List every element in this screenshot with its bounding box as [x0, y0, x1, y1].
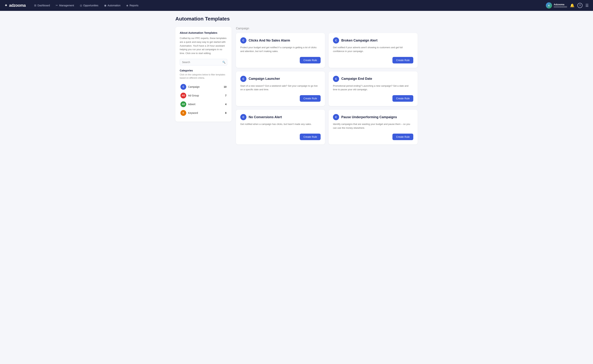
card-desc: Get notified if your adverts aren't show… — [333, 46, 413, 53]
category-advert-badge: AD — [180, 101, 186, 107]
category-keyword[interactable]: K Keyword 8 — [180, 109, 227, 117]
create-rule-button-campaign-launcher[interactable]: Create Rule — [300, 95, 321, 102]
categories-desc: Click on the categories below to filter … — [180, 73, 227, 80]
card-title: Campaign Launcher — [249, 77, 280, 81]
card-clicks-no-sales: C Clicks And No Sales Alarm Protect your… — [236, 33, 325, 68]
card-title: Pause Underperforming Campaigns — [341, 115, 397, 119]
category-campaign[interactable]: C Campaign 10 — [180, 83, 227, 91]
search-input[interactable] — [180, 59, 227, 65]
card-campaign-end-date: C Campaign End Date Promotional period e… — [329, 72, 418, 106]
card-header: C No Conversions Alert — [240, 114, 321, 120]
category-advert[interactable]: AD Advert 4 — [180, 100, 227, 109]
sidebar-about-text: Crafted by our PPC experts, these templa… — [180, 36, 227, 55]
create-rule-button-campaign-end-date[interactable]: Create Rule — [392, 95, 413, 102]
page-title: Automation Templates — [175, 16, 418, 22]
category-ad-group-label: Ad Group — [188, 94, 223, 97]
card-header: C Clicks And No Sales Alarm — [240, 37, 321, 44]
card-desc: Get notified when a campaign has clicks,… — [240, 122, 321, 130]
page-container: Automation Templates About Automation Te… — [169, 11, 424, 150]
user-menu[interactable]: A Adzooma 000000000000 — [546, 2, 567, 8]
card-desc: Promotional period ending? Launching a n… — [333, 84, 413, 92]
nav-right: A Adzooma 000000000000 🔔 ? ☰ — [546, 2, 589, 8]
nav-automation[interactable]: ◉ Automation — [102, 2, 123, 8]
category-keyword-label: Keyword — [188, 111, 223, 114]
card-icon: C — [240, 37, 247, 44]
navbar: ✦ adzooma ⊞ Dashboard ✂ Management ◎ Opp… — [0, 0, 593, 11]
nav-management[interactable]: ✂ Management — [53, 2, 77, 8]
sidebar: About Automation Templates Crafted by ou… — [175, 27, 232, 122]
help-icon[interactable]: ? — [577, 3, 582, 8]
main-layout: About Automation Templates Crafted by ou… — [175, 27, 418, 144]
create-rule-button-no-conversions[interactable]: Create Rule — [300, 134, 321, 140]
card-header: C Pause Underperforming Campaigns — [333, 114, 413, 120]
notifications-bell-icon[interactable]: 🔔 — [570, 3, 574, 8]
hamburger-menu-icon[interactable]: ☰ — [585, 3, 589, 8]
management-icon: ✂ — [56, 4, 58, 7]
avatar: A — [546, 2, 552, 8]
card-campaign-launcher: C Campaign Launcher Start of a new seaso… — [236, 72, 325, 106]
card-header: C Campaign End Date — [333, 76, 413, 82]
user-info: Adzooma 000000000000 — [554, 3, 567, 8]
card-pause-underperforming: C Pause Underperforming Campaigns Identi… — [329, 110, 418, 144]
category-campaign-label: Campaign — [188, 85, 222, 88]
logo-icon: ✦ — [4, 3, 8, 8]
logo[interactable]: ✦ adzooma — [4, 3, 26, 8]
card-footer: Create Rule — [333, 95, 413, 102]
nav-opportunities[interactable]: ◎ Opportunities — [77, 2, 101, 8]
card-title: No Conversions Alert — [249, 115, 282, 119]
category-keyword-badge: K — [180, 110, 186, 116]
card-footer: Create Rule — [240, 134, 321, 140]
logo-text: adzooma — [9, 3, 26, 8]
automation-icon: ◉ — [104, 4, 106, 7]
card-footer: Create Rule — [333, 57, 413, 64]
card-footer: Create Rule — [240, 95, 321, 102]
nav-links: ⊞ Dashboard ✂ Management ◎ Opportunities… — [32, 2, 546, 8]
category-campaign-count: 10 — [224, 85, 227, 88]
nav-dashboard[interactable]: ⊞ Dashboard — [32, 2, 52, 8]
card-desc: Protect your budget and get notified if … — [240, 46, 321, 53]
create-rule-button-broken-campaign[interactable]: Create Rule — [392, 57, 413, 64]
card-desc: Start of a new season? Got a weekend sal… — [240, 84, 321, 92]
section-label: Campaign — [236, 27, 418, 30]
dashboard-icon: ⊞ — [34, 4, 36, 7]
card-desc: Identify campaigns that are wasting your… — [333, 122, 413, 130]
card-title: Campaign End Date — [341, 77, 372, 81]
create-rule-button-pause-underperforming[interactable]: Create Rule — [392, 134, 413, 140]
card-header: C Campaign Launcher — [240, 76, 321, 82]
opportunities-icon: ◎ — [80, 4, 82, 7]
category-ad-group-badge: AG — [180, 93, 186, 98]
category-advert-count: 4 — [225, 103, 227, 106]
cards-grid: C Clicks And No Sales Alarm Protect your… — [236, 33, 418, 144]
nav-reports[interactable]: ◈ Reports — [124, 2, 141, 8]
category-ad-group[interactable]: AG Ad Group 7 — [180, 91, 227, 100]
sidebar-search: 🔍 — [180, 59, 227, 65]
sidebar-about-title: About Automation Templates — [180, 31, 227, 34]
user-name: Adzooma — [554, 3, 567, 6]
search-icon: 🔍 — [222, 61, 225, 64]
card-icon: C — [333, 114, 339, 120]
create-rule-button-clicks-no-sales[interactable]: Create Rule — [300, 57, 321, 64]
card-no-conversions: C No Conversions Alert Get notified when… — [236, 110, 325, 144]
card-icon: C — [333, 37, 339, 44]
category-ad-group-count: 7 — [225, 94, 227, 97]
card-title: Clicks And No Sales Alarm — [249, 39, 290, 42]
card-icon: C — [240, 76, 247, 82]
card-header: C Broken Campaign Alert — [333, 37, 413, 44]
category-advert-label: Advert — [188, 103, 223, 106]
category-keyword-count: 8 — [225, 111, 227, 114]
card-icon: C — [333, 76, 339, 82]
card-footer: Create Rule — [333, 134, 413, 140]
card-footer: Create Rule — [240, 57, 321, 64]
category-campaign-badge: C — [180, 84, 186, 90]
card-title: Broken Campaign Alert — [341, 39, 377, 42]
categories-title: Categories — [180, 69, 227, 72]
card-broken-campaign: C Broken Campaign Alert Get notified if … — [329, 33, 418, 68]
content-area: Campaign C Clicks And No Sales Alarm Pro… — [236, 27, 418, 144]
reports-icon: ◈ — [126, 4, 128, 7]
card-icon: C — [240, 114, 247, 120]
user-id: 000000000000 — [554, 6, 567, 8]
